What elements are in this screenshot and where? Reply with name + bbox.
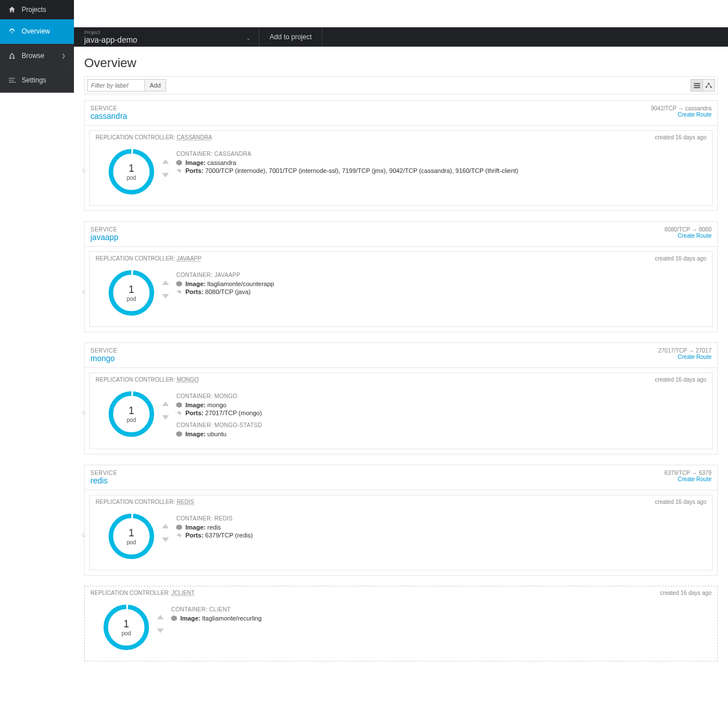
rc-block: REPLICATION CONTROLLER: JCLIENT created … [85,586,717,661]
service-label: SERVICE [90,105,651,111]
container-label: CONTAINER: MONGO [176,393,706,399]
container-ports-row: Ports: 27017/TCP (mongo) [176,410,706,416]
pod-scalers [160,521,171,545]
create-route-link[interactable]: Create Route [658,354,712,360]
container-label: CONTAINER: CASSANDRA [176,151,706,157]
pod-count: 1 [129,284,134,296]
container-section: CONTAINER: MONGO Image: mongoPorts: 2701… [176,393,706,416]
rc-header: REPLICATION CONTROLLER: JCLIENT created … [85,586,717,599]
port-icon [176,410,182,416]
cube-icon [176,281,182,287]
pod-label: pod [127,175,136,181]
connector-dot [82,290,85,293]
scale-up-button[interactable] [160,156,171,167]
service-name-link[interactable]: redis [90,476,664,485]
container-image-row: Image: ltagliamonte/recurling [171,615,712,622]
container-label: CONTAINER: MONGO-STATSD [176,422,706,428]
cube-icon [176,431,182,437]
list-icon [694,82,700,89]
service-tile: SERVICE redis 6379/TCP → 6379 Create Rou… [84,465,718,576]
container-ports-row: Ports: 8080/TCP (java) [176,288,706,295]
rc-block: REPLICATION CONTROLLER: REDIS created 16… [89,495,713,570]
rc-created-time: created 16 days ago [660,590,712,596]
create-route-link[interactable]: Create Route [664,476,712,482]
connector-dot [82,169,85,172]
scale-down-button[interactable] [160,291,171,301]
service-port-mapping: 8080/TCP → 8080 [664,226,712,233]
scale-down-button[interactable] [160,170,171,180]
service-header: SERVICE redis 6379/TCP → 6379 Create Rou… [85,465,717,490]
pod-donut: 1 pod [108,148,155,195]
scale-up-button[interactable] [160,278,171,288]
rc-created-time: created 16 days ago [655,255,706,262]
connector-dot [82,411,85,415]
create-route-link[interactable]: Create Route [664,233,712,239]
pod-label: pod [127,417,136,423]
pod-scalers [160,399,171,423]
sidebar-item-projects[interactable]: Projects [0,0,74,19]
pod-count: 1 [129,163,134,175]
container-section: CONTAINER: MONGO-STATSD Image: ubuntu [176,422,706,437]
rc-header: REPLICATION CONTROLLER: MONGO created 16… [90,373,712,386]
container-section: CONTAINER: CASSANDRA Image: cassandraPor… [176,151,706,174]
scale-up-button[interactable] [160,521,171,531]
cube-icon [176,402,182,408]
page-title: Overview [74,47,728,76]
rc-title[interactable]: REPLICATION CONTROLLER: JCLIENT [90,590,195,596]
container-image-row: Image: cassandra [176,159,706,166]
pod-count: 1 [129,527,134,539]
rc-header: REPLICATION CONTROLLER: REDIS created 16… [90,495,712,508]
scale-up-button[interactable] [160,399,171,409]
content-area: Overview Add SERVICE cassandra 9042/TCP … [74,47,728,728]
rc-block: REPLICATION CONTROLLER: CASSANDRA create… [89,130,713,206]
service-header: SERVICE javaapp 8080/TCP → 8080 Create R… [85,222,717,247]
rc-title[interactable]: REPLICATION CONTROLLER: JAVAAPP [96,255,201,262]
rc-title[interactable]: REPLICATION CONTROLLER: MONGO [96,377,199,383]
container-ports-row: Ports: 6379/TCP (redis) [176,532,706,539]
container-label: CONTAINER: REDIS [176,515,706,522]
service-name-link[interactable]: mongo [90,354,658,363]
container-image-row: Image: mongo [176,402,706,408]
service-tile: SERVICE javaapp 8080/TCP → 8080 Create R… [84,221,718,332]
service-header: SERVICE cassandra 9042/TCP → cassandra C… [85,101,717,126]
service-name-link[interactable]: cassandra [90,111,651,121]
standalone-rc-tile: REPLICATION CONTROLLER: JCLIENT created … [84,586,718,661]
pod-scalers [155,612,166,636]
rc-created-time: created 16 days ago [655,134,706,140]
service-name-link[interactable]: javaapp [90,233,664,242]
scale-down-button[interactable] [155,626,166,636]
filter-input[interactable] [87,79,145,92]
port-icon [176,289,182,295]
container-section: CONTAINER: JAVAAPP Image: ltagliamonte/c… [176,272,706,295]
service-tile: SERVICE cassandra 9042/TCP → cassandra C… [84,100,718,211]
rc-title[interactable]: REPLICATION CONTROLLER: REDIS [96,499,194,505]
cube-icon [176,524,182,530]
view-list-button[interactable] [690,79,703,92]
container-image-row: Image: ltagliamonte/counterapp [176,280,706,287]
home-icon [8,6,16,14]
topology-icon [705,82,712,89]
scale-up-button[interactable] [155,612,166,622]
service-port-mapping: 9042/TCP → cassandra [651,105,712,111]
service-port-mapping: 27017/TCP → 27017 [658,348,712,354]
pod-label: pod [122,630,131,636]
connector-dot [82,533,85,537]
rc-header: REPLICATION CONTROLLER: JAVAAPP created … [90,252,712,265]
port-icon [176,532,182,538]
rc-created-time: created 16 days ago [655,499,706,505]
container-label: CONTAINER: JAVAAPP [176,272,706,278]
pod-scalers [160,278,171,301]
create-route-link[interactable]: Create Route [651,111,712,118]
service-header: SERVICE mongo 27017/TCP → 27017 Create R… [85,343,717,368]
rc-block: REPLICATION CONTROLLER: MONGO created 16… [89,373,713,449]
container-section: CONTAINER: REDIS Image: redisPorts: 6379… [176,515,706,539]
pod-count: 1 [123,618,129,630]
scale-down-button[interactable] [160,535,171,545]
add-filter-button[interactable]: Add [144,79,166,92]
port-icon [176,168,182,173]
container-ports-row: Ports: 7000/TCP (internode), 7001/TCP (i… [176,167,706,174]
scale-down-button[interactable] [160,412,171,423]
rc-title[interactable]: REPLICATION CONTROLLER: CASSANDRA [96,134,212,140]
view-topology-button[interactable] [702,79,715,92]
container-label: CONTAINER: CLIENT [171,606,712,613]
